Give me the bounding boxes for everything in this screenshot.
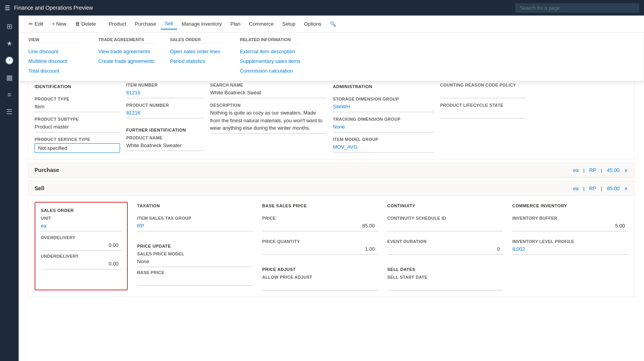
taxation-col: TAXATION Item sales tax group RP PRICE U… — [137, 202, 253, 290]
underdelivery-value: 0.00 — [41, 260, 122, 269]
description-value: Nothing is quite as cozy as our sweaters… — [210, 109, 327, 134]
product-lifecycle-label: Product lifecycle state — [440, 103, 526, 108]
purchase-divider2: | — [601, 167, 602, 173]
app-title: Finance and Operations Preview — [14, 5, 511, 11]
dropdown-item-create-trade-agreements[interactable]: Create trade agreements — [98, 57, 155, 65]
sell-button[interactable]: Sell — [161, 18, 177, 30]
manage-inventory-button[interactable]: Manage inventory — [178, 19, 226, 29]
product-service-type-value[interactable]: Not specified — [35, 143, 120, 153]
item-sales-tax-value[interactable]: RP — [137, 222, 253, 231]
commerce-button[interactable]: Commerce — [245, 19, 278, 29]
purchase-button[interactable]: Purchase — [131, 19, 160, 29]
tracking-dimension-label: Tracking dimension group — [333, 117, 434, 121]
sell-start-date-label: Sell start date — [387, 275, 503, 279]
sell-dates-title: SELL DATES — [387, 267, 503, 272]
purchase-section-header[interactable]: Purchase ea | RP | 45.00 ∨ — [28, 163, 634, 177]
dropdown-item-commission-calculation[interactable]: Commission calculation — [240, 67, 301, 75]
inventory-level-profile-value[interactable]: IL002 — [512, 245, 628, 255]
sell-section: Sell ea | RP | 85.00 ∧ SALES ORD — [28, 181, 635, 297]
storage-dimension-value[interactable]: SiteWH — [333, 103, 434, 112]
sell-section-meta: ea | RP | 85.00 ∧ — [573, 186, 628, 191]
product-type-label: Product type — [35, 97, 120, 101]
sidebar-home-icon[interactable]: ⊞ — [2, 19, 17, 34]
continuity-col: CONTINUITY Continuity schedule ID Event … — [387, 202, 503, 290]
purchase-section-title: Purchase — [35, 167, 59, 173]
sell-meta-price: 85.00 — [607, 186, 620, 191]
hamburger-icon[interactable]: ☰ — [5, 4, 10, 12]
product-type-value: Item — [35, 103, 120, 112]
sell-start-date-value — [387, 281, 503, 290]
sell-meta-rp: RP — [589, 186, 596, 191]
search-button[interactable]: 🔍 — [326, 19, 340, 29]
dropdown-group-title-related: Related information — [240, 37, 301, 44]
sidebar-recent-icon[interactable]: 🕐 — [2, 53, 17, 68]
price-quantity-label: Price quantity — [262, 239, 378, 244]
overdelivery-value: 0.00 — [41, 241, 122, 251]
dropdown-item-line-discount[interactable]: Line discount — [28, 48, 83, 55]
divider-1 — [102, 20, 103, 28]
edit-button[interactable]: ✏ Edit — [25, 19, 47, 29]
allow-price-adjust-label: Allow price adjust — [262, 275, 378, 279]
sales-price-model-value: None — [137, 258, 253, 267]
overdelivery-label: Overdelivery — [41, 235, 122, 240]
command-bar: ✏ Edit + New 🗑 Delete Product Purchase S… — [19, 16, 644, 33]
product-number-group: Product number 81216 — [126, 103, 204, 118]
sidebar-menu-icon[interactable]: ☰ — [2, 104, 17, 120]
purchase-meta-ea: ea — [573, 167, 578, 173]
unit-value[interactable]: ea — [41, 222, 122, 231]
item-sales-tax-label: Item sales tax group — [137, 216, 253, 220]
dropdown-group-trade-agreements: Trade agreements View trade agreements C… — [98, 37, 155, 75]
sidebar-favorites-icon[interactable]: ★ — [2, 36, 17, 51]
event-duration-label: Event duration — [387, 239, 503, 244]
sell-divider2: | — [601, 186, 602, 191]
product-button[interactable]: Product — [105, 19, 130, 29]
setup-button[interactable]: Setup — [278, 19, 299, 29]
further-identification-title: FURTHER IDENTIFICATION — [126, 128, 204, 132]
sales-price-model-label: Sales price model — [137, 252, 253, 256]
sell-chevron-icon: ∧ — [624, 186, 628, 191]
storage-dimension-label: Storage dimension group — [333, 97, 434, 101]
dropdown-item-total-discount[interactable]: Total discount — [28, 67, 83, 75]
global-search-input[interactable] — [515, 3, 639, 13]
dropdown-item-open-sales-order-lines[interactable]: Open sales order lines — [170, 48, 225, 55]
options-button[interactable]: Options — [300, 19, 325, 29]
sales-price-model-group: Sales price model None — [137, 252, 253, 267]
sell-divider: | — [583, 186, 585, 191]
dropdown-item-external-item-description[interactable]: External item description — [240, 48, 301, 55]
price-update-title: PRICE UPDATE — [137, 244, 253, 248]
purchase-divider: | — [583, 167, 585, 173]
dropdown-item-supplementary-sales-items[interactable]: Supplementary sales items — [240, 57, 301, 65]
item-number-col: Item number 81216 Product number 81216 F… — [126, 83, 204, 153]
base-price-label: Base price — [137, 270, 253, 275]
item-number-value[interactable]: 81216 — [126, 89, 204, 98]
item-model-label: Item model group — [333, 137, 434, 142]
identification-title: IDENTIFICATION — [35, 84, 120, 89]
item-model-value[interactable]: MOV_AVG — [333, 143, 434, 153]
sell-section-header[interactable]: Sell ea | RP | 85.00 ∧ — [28, 181, 634, 196]
sidebar: ⊞ ★ 🕐 ▦ ≡ ☰ — [0, 16, 19, 361]
sidebar-list-icon[interactable]: ≡ — [2, 87, 17, 102]
dropdown-group-sales-order: Sales order Open sales order lines Perio… — [170, 37, 225, 75]
base-sales-price-title: BASE SALES PRICE — [262, 203, 378, 208]
description-group: Description Nothing is quite as cozy as … — [210, 103, 327, 134]
price-group: Price 85.00 — [262, 216, 378, 231]
product-service-type-group: Product service type Not specified — [35, 137, 120, 153]
product-number-value[interactable]: 81216 — [126, 109, 204, 118]
base-sales-price-col: BASE SALES PRICE Price 85.00 Price quant… — [262, 202, 378, 290]
dropdown-item-period-statistics[interactable]: Period statistics — [170, 57, 225, 65]
new-button[interactable]: + New — [48, 19, 70, 29]
delete-button[interactable]: 🗑 Delete — [71, 19, 100, 29]
product-subtype-group: Product subtype Product master — [35, 117, 120, 132]
underdelivery-group: Underdelivery 0.00 — [41, 254, 122, 269]
sales-order-box: SALES ORDER Unit ea Overdelivery 0.00 Un… — [35, 202, 128, 290]
tracking-dimension-value[interactable]: None — [333, 123, 434, 132]
sidebar-workspace-icon[interactable]: ▦ — [2, 70, 17, 85]
dropdown-item-multiline-discount[interactable]: Multiline discount — [28, 57, 83, 65]
event-duration-value: 0 — [387, 245, 503, 255]
plan-button[interactable]: Plan — [226, 19, 244, 29]
top-bar: ☰ Finance and Operations Preview — [0, 0, 644, 16]
dropdown-item-view-trade-agreements[interactable]: View trade agreements — [98, 48, 155, 55]
sell-start-date-group: Sell start date — [387, 275, 503, 290]
item-model-group: Item model group MOV_AVG — [333, 137, 434, 153]
description-label: Description — [210, 103, 327, 108]
